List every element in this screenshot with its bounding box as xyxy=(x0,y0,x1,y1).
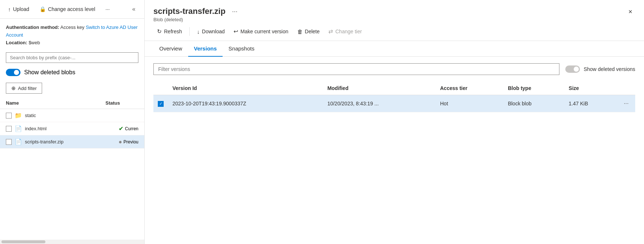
list-item[interactable]: 📄 index.html ✔ Curren xyxy=(0,122,144,135)
tab-versions-label: Versions xyxy=(194,45,217,52)
table-header-row: Version Id Modified Access tier Blob typ… xyxy=(153,82,635,95)
current-status-label: Curren xyxy=(125,126,138,131)
close-icon: × xyxy=(628,8,632,15)
title-more-button[interactable]: ··· xyxy=(230,7,240,16)
header-blob-type: Blob type xyxy=(503,82,564,95)
change-tier-icon: ⇄ xyxy=(328,28,333,35)
header-name: Name xyxy=(6,100,105,106)
upload-icon: ↑ xyxy=(8,6,11,12)
file-name: scripts-transfer.zip xyxy=(25,139,116,144)
list-item[interactable]: 📁 static xyxy=(0,109,144,122)
left-panel: ↑ Upload 🔒 Change access level ··· « Aut… xyxy=(0,0,145,244)
header-checkbox-col xyxy=(153,82,168,95)
delete-button[interactable]: 🗑 Delete xyxy=(294,26,323,37)
tab-overview[interactable]: Overview xyxy=(153,41,188,57)
file-list: 📁 static 📄 index.html ✔ Curren 📄 scripts… xyxy=(0,109,144,240)
previous-status-label: Previou xyxy=(123,139,138,144)
delete-label: Delete xyxy=(305,29,320,34)
auth-method-line: Authentication method: Access key Switch… xyxy=(6,24,138,39)
location-label: Location: xyxy=(6,40,27,45)
right-toolbar: ↻ Refresh ↓ Download ↩ Make current vers… xyxy=(145,22,644,41)
tab-versions[interactable]: Versions xyxy=(188,41,223,57)
tab-snapshots-label: Snapshots xyxy=(228,45,254,52)
blob-subtitle: Blob (deleted) xyxy=(153,17,240,22)
right-panel-header: scripts-transfer.zip ··· Blob (deleted) … xyxy=(145,0,644,22)
auth-method-label: Authentication method: xyxy=(6,25,59,30)
change-tier-button[interactable]: ⇄ Change tier xyxy=(325,26,365,37)
show-deleted-blobs-row: Show deleted blobs xyxy=(0,66,144,79)
file-name: static xyxy=(25,113,135,118)
versions-content: Show deleted versions Version Id Modifie… xyxy=(145,57,644,244)
show-deleted-versions-label: Show deleted versions xyxy=(584,66,635,72)
show-deleted-blobs-label: Show deleted blobs xyxy=(24,69,75,76)
scrollbar-thumb[interactable] xyxy=(1,240,45,243)
list-item[interactable]: 📄 scripts-transfer.zip ● Previou xyxy=(0,135,144,149)
add-filter-button[interactable]: ⊕ Add filter xyxy=(6,83,42,94)
file-row-checkbox[interactable] xyxy=(6,113,12,119)
tabs-row: Overview Versions Snapshots xyxy=(145,41,644,57)
title-more-icon: ··· xyxy=(232,8,238,15)
table-row[interactable]: ✓ 2023-10-20T19:43:19.9000337Z 10/20/202… xyxy=(153,95,635,112)
header-status: Status xyxy=(105,100,138,106)
change-tier-label: Change tier xyxy=(335,29,362,34)
collapse-panel-button[interactable]: « xyxy=(129,4,138,14)
upload-button[interactable]: ↑ Upload xyxy=(6,5,31,14)
row-checkbox-checked[interactable]: ✓ xyxy=(158,101,164,107)
title-area: scripts-transfer.zip ··· Blob (deleted) xyxy=(153,7,240,22)
row-more-button[interactable]: ··· xyxy=(622,100,631,108)
make-current-version-button[interactable]: ↩ Make current version xyxy=(230,26,292,37)
row-checkbox-cell[interactable]: ✓ xyxy=(153,95,168,112)
make-current-label: Make current version xyxy=(241,29,289,34)
auth-method-value: Access key xyxy=(60,25,85,30)
file-list-header: Name Status xyxy=(0,97,144,109)
zip-file-icon: 📄 xyxy=(15,138,22,145)
refresh-icon: ↻ xyxy=(157,28,162,35)
file-row-checkbox[interactable] xyxy=(6,139,12,145)
show-deleted-versions-toggle[interactable] xyxy=(565,65,580,73)
refresh-label: Refresh xyxy=(164,29,182,34)
page-title: scripts-transfer.zip xyxy=(153,7,226,16)
download-button[interactable]: ↓ Download xyxy=(193,26,228,37)
change-access-level-button[interactable]: 🔒 Change access level xyxy=(37,5,97,14)
row-actions-cell: ··· xyxy=(617,95,635,112)
left-toolbar-actions: ↑ Upload 🔒 Change access level ··· xyxy=(6,5,112,14)
row-size: 1.47 KiB xyxy=(564,95,617,112)
close-panel-button[interactable]: × xyxy=(625,7,635,17)
previous-status-icon: ● xyxy=(119,139,122,145)
horizontal-scrollbar[interactable] xyxy=(0,240,144,244)
row-access-tier: Hot xyxy=(436,95,503,112)
search-input[interactable] xyxy=(6,52,138,63)
toolbar-divider xyxy=(189,27,190,36)
file-row-checkbox[interactable] xyxy=(6,126,12,132)
file-status: ● Previou xyxy=(119,139,138,145)
filter-versions-input[interactable] xyxy=(153,63,559,75)
auth-section: Authentication method: Access key Switch… xyxy=(0,19,144,49)
versions-table-header: Version Id Modified Access tier Blob typ… xyxy=(153,82,635,95)
header-actions-col xyxy=(617,82,635,95)
header-access-tier: Access tier xyxy=(436,82,503,95)
versions-table-body: ✓ 2023-10-20T19:43:19.9000337Z 10/20/202… xyxy=(153,95,635,112)
right-panel: scripts-transfer.zip ··· Blob (deleted) … xyxy=(145,0,644,244)
show-deleted-versions-row: Show deleted versions xyxy=(565,65,635,73)
add-filter-label: Add filter xyxy=(18,86,37,91)
tab-snapshots[interactable]: Snapshots xyxy=(223,41,260,57)
header-size: Size xyxy=(564,82,617,95)
folder-icon: 📁 xyxy=(15,112,22,119)
refresh-button[interactable]: ↻ Refresh xyxy=(153,26,186,37)
filter-icon: ⊕ xyxy=(11,85,16,91)
file-icon: 📄 xyxy=(15,125,22,132)
current-status-icon: ✔ xyxy=(119,125,123,132)
delete-icon: 🗑 xyxy=(297,29,303,35)
show-deleted-blobs-toggle[interactable] xyxy=(6,69,21,76)
versions-table: Version Id Modified Access tier Blob typ… xyxy=(153,82,635,112)
download-icon: ↓ xyxy=(197,29,200,35)
download-label: Download xyxy=(202,29,225,34)
change-access-level-label: Change access level xyxy=(48,6,95,12)
title-row: scripts-transfer.zip ··· xyxy=(153,7,240,16)
row-modified: 10/20/2023, 8:43:19 ... xyxy=(323,95,436,112)
file-name: index.html xyxy=(25,126,116,131)
row-version-id: 2023-10-20T19:43:19.9000337Z xyxy=(168,95,323,112)
make-current-icon: ↩ xyxy=(234,28,238,35)
header-modified: Modified xyxy=(323,82,436,95)
left-toolbar-more-button[interactable]: ··· xyxy=(103,5,112,14)
